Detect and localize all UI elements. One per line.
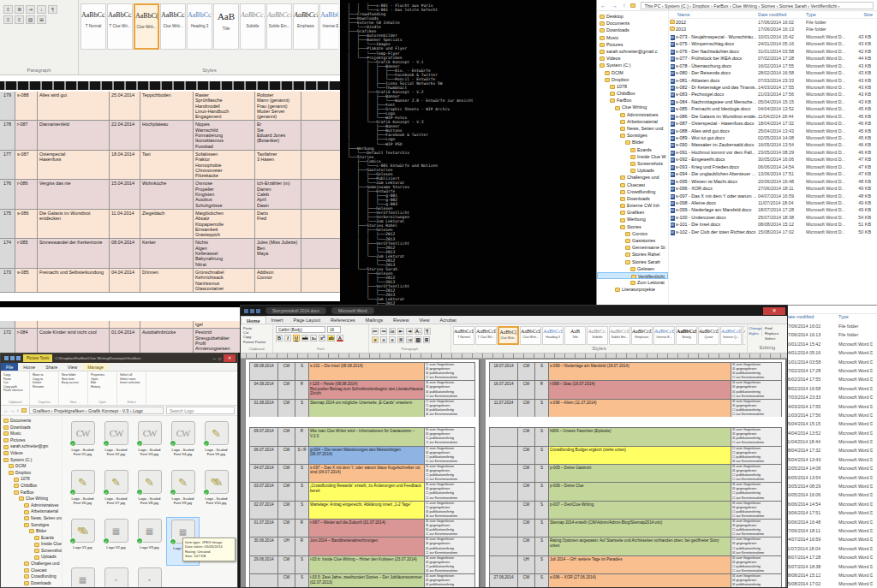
indent-icon[interactable]: ⇥	[26, 5, 35, 14]
protocol-row[interactable]: CW S Crowdfunding Budget ergänzt (siehe …	[489, 446, 782, 464]
nav-tree-item[interactable]: Screenshots	[597, 160, 668, 167]
image-thumbnail[interactable]: ▦ ✓ Logo V3.jpg	[133, 517, 166, 566]
file-row[interactable]: s-075 - Wimpernschlag.docx 24/01/2014 05…	[669, 40, 877, 47]
style-tile[interactable]: AaBbC( Clue Writi...	[498, 326, 519, 345]
file-row[interactable]: s-087 - Osterspecial - Hasenfuss.docx 18…	[669, 120, 877, 127]
ribbon-tab[interactable]: Insert	[266, 316, 289, 324]
protocol-checkboxes[interactable]: ☒ zum Gegenlesen☒ gegengelesen☒ publikat…	[425, 520, 474, 537]
nav-tree-item[interactable]: Administratives	[1, 502, 62, 509]
style-tile[interactable]: AaBbCcDd T Clue Wri...	[107, 3, 133, 50]
protocol-row[interactable]: 18.07.2014 CW S s-099 – Niederlage am Ma…	[489, 362, 782, 380]
back-forward-icons[interactable]: ← → ↑	[600, 3, 627, 9]
protocol-row[interactable]: 09.07.2014 CW R Wie man Clue Writer wird…	[249, 427, 475, 445]
file-row[interactable]: s-073 - Neujahrsspecial - Wunschträu... …	[669, 33, 877, 40]
file-row[interactable]: 2013 17/06/2014 16:13 File folder	[669, 26, 877, 33]
protocol-checkboxes[interactable]: ☒ zum Gegenlesen☒ gegengelesen☐ publikat…	[731, 502, 781, 519]
file-row[interactable]: s-092 - Eingeweiht.docx 30/05/2014 16:06…	[669, 156, 877, 163]
nav-tree-item[interactable]: Screenshots	[1, 548, 62, 555]
protocol-checkboxes[interactable]: ☒ zum Gegenlesen☒ gegengelesen☒ publikat…	[425, 381, 474, 398]
nav-tree-item[interactable]: Literaturprojekte	[597, 286, 668, 293]
ribbon-group-buttons[interactable]: Properties Open Edit History	[91, 373, 114, 389]
column-size[interactable]: Size	[849, 11, 873, 18]
ribbon-tab[interactable]: View	[414, 316, 434, 324]
nav-tree-item[interactable]: Challenges und	[1, 561, 62, 567]
nav-tree-item[interactable]: Crowdfunding	[1, 573, 62, 580]
nav-tree-item[interactable]: Documents	[1, 418, 62, 425]
nav-tree-item[interactable]: Gelesen	[597, 265, 668, 272]
align-center-button[interactable]: ≡	[380, 336, 387, 343]
borders-icon[interactable]: ⊞	[37, 15, 46, 24]
nav-tree-item[interactable]: Sonstiges	[1, 522, 62, 529]
protocol-row[interactable]: CW S h006 – Unsere Favoriten (Episode) ☒…	[489, 427, 782, 445]
nav-tree-item[interactable]: Inside Clue W	[1, 541, 62, 548]
nav-tree-item[interactable]: FarBox	[597, 97, 668, 104]
image-thumbnail[interactable]: CW ✓ Logo - Scaled Font V1.jpg	[66, 419, 99, 468]
close-icon[interactable]: ✕	[224, 354, 236, 362]
nav-tree-item[interactable]: Administratives	[597, 111, 668, 118]
file-row[interactable]: s-077 - Frühstück bei IKEA.docx 07/02/20…	[669, 55, 877, 62]
image-thumbnail[interactable]: ✎✎ ✓ Logo V1.jpg	[66, 517, 99, 566]
tab-view[interactable]: View	[63, 363, 82, 371]
multilevel-button[interactable]: ⁝≡	[389, 328, 396, 335]
pilcrow-button[interactable]: ¶	[424, 328, 431, 335]
protocol-checkboxes[interactable]: ☒ zum Gegenlesen☒ gegengelesen☐ publikat…	[425, 483, 474, 500]
style-tile[interactable]: AaBbC( Clue Writi...	[134, 3, 159, 50]
protocol-row[interactable]: CW S p-005 – Deine Gastmini ☒ zum Gegenl…	[489, 464, 782, 482]
nav-tree-item[interactable]: Videos	[1, 450, 62, 457]
style-tile[interactable]: AaBbCcDc Subtle Ref...	[743, 326, 745, 345]
sort-button[interactable]: A↓	[415, 328, 422, 335]
column-date-modified[interactable]: Date modified	[785, 314, 838, 322]
protocol-checkboxes[interactable]: ☒ zum Gegenlesen☒ gegengelesen☒ publikat…	[425, 574, 474, 588]
protocol-checkboxes[interactable]: ☐ zum Gegenlesen☐ gegengelesen☐ publikat…	[731, 447, 781, 464]
strikethrough-button[interactable]: ab	[301, 335, 308, 342]
protocol-checkboxes[interactable]: ☒ zum Gegenlesen☒ gegengelesen☐ publikat…	[425, 428, 474, 445]
nav-tree-item[interactable]: Videos	[597, 55, 668, 62]
nav-tree-item[interactable]: Clue Writing	[1, 496, 62, 502]
style-tile[interactable]: AaBbCcDi Intense Q...	[720, 326, 742, 345]
image-thumbnail[interactable]: ✎ ✓ Logo - Scaled Font V7.jpg	[99, 468, 133, 517]
story-table-row[interactable]: 178 r-087 Diamantenfeld 22.04.2014 Hochp…	[0, 121, 340, 150]
protocol-checkboxes[interactable]: ☒ zum Gegenlesen☒ gegengelesen☐ publikat…	[731, 556, 781, 573]
nav-tree-item[interactable]: System (C:)	[597, 62, 668, 68]
nav-tree-item[interactable]: Ecards	[597, 146, 668, 153]
ribbon-group-buttons[interactable]: New folder New item Easy access	[62, 373, 85, 385]
nav-tree-item[interactable]: Pictures	[1, 437, 62, 444]
protocol-row[interactable]: CW S p-006 – Deine Clue ☒ zum Gegenlesen…	[489, 482, 782, 500]
numbering-button[interactable]: ≕	[380, 328, 387, 335]
style-tile[interactable]: AaBbCcDi Emphasis	[293, 3, 319, 50]
ribbon-tab[interactable]: References	[325, 316, 361, 324]
file-row[interactable]: s-093 - Krieg und Frieden.docx 06/06/201…	[669, 163, 877, 170]
protocol-row[interactable]: 03.07.2014 CW S „Crowdfunding Rewards“ e…	[249, 482, 475, 500]
nav-tree-item[interactable]: ChibiBox	[1, 483, 62, 490]
protocol-checkboxes[interactable]: ☒ zum Gegenlesen☒ gegengelesen☒ publikat…	[731, 381, 781, 398]
nav-tree-item[interactable]: Downloads	[597, 27, 668, 33]
quick-access-toolbar[interactable]	[4, 356, 21, 360]
style-tile[interactable]: AaBbCcD Clue Writi...	[520, 326, 541, 345]
story-table-row[interactable]: 179 s-088 Alles wird gut 25.04.2014 Tepp…	[0, 92, 340, 121]
nav-tree-item[interactable]: Veröffentlicht	[597, 272, 668, 279]
nav-tree-item[interactable]: Cluecast	[597, 181, 668, 188]
protocol-checkboxes[interactable]: ☒ zum Gegenlesen☒ gegengelesen☐ publikat…	[731, 483, 781, 500]
search-input[interactable]: Search Logo	[166, 407, 235, 414]
style-tile[interactable]: AaBbCcDi Subtle Em...	[609, 326, 630, 345]
nav-tree-item[interactable]: Inside Clue W	[597, 153, 668, 160]
subscript-button[interactable]: x₂	[310, 335, 317, 342]
story-table-row[interactable]: 173 s-085 Freinacht und Selbsterkundung …	[0, 269, 340, 293]
file-row[interactable]: s-088 - Alles wird gut.docx 25/04/2014 1…	[669, 128, 877, 134]
image-thumbnail[interactable]: ▪ ✓ Logo V8.jpg	[133, 566, 166, 588]
image-thumbnail[interactable]: ▦ ✓ Logo V6.jpg	[66, 566, 99, 588]
nav-tree-item[interactable]: FarBox	[1, 490, 62, 496]
shading-icon[interactable]: ▨	[26, 15, 35, 24]
protocol-row[interactable]: 06.07.2014 CW S / R g-004 – Die neuen Wa…	[249, 446, 475, 464]
quick-access-toolbar[interactable]	[244, 309, 260, 313]
nav-tree-item[interactable]: Downloads	[597, 195, 668, 202]
story-table-row[interactable]: 174 r-085 Sinneswandel der Kerkerironie …	[0, 239, 340, 268]
style-tile[interactable]: AaBbCcDi Emphasis	[631, 326, 653, 345]
style-tile[interactable]: AaBbCcI Heading 3	[542, 326, 564, 345]
nav-tree-item[interactable]: Arbeitsmaterial	[1, 508, 62, 515]
italic-button[interactable]: I	[284, 335, 291, 342]
sort-icon[interactable]: ↓	[37, 5, 46, 14]
protocol-row[interactable]: 01.08.2014 CW S Sitemap 2014 um mögliche…	[249, 399, 475, 417]
indent-button[interactable]: ⇥	[406, 328, 413, 335]
ribbon-tab[interactable]: Acrobat	[434, 316, 461, 324]
